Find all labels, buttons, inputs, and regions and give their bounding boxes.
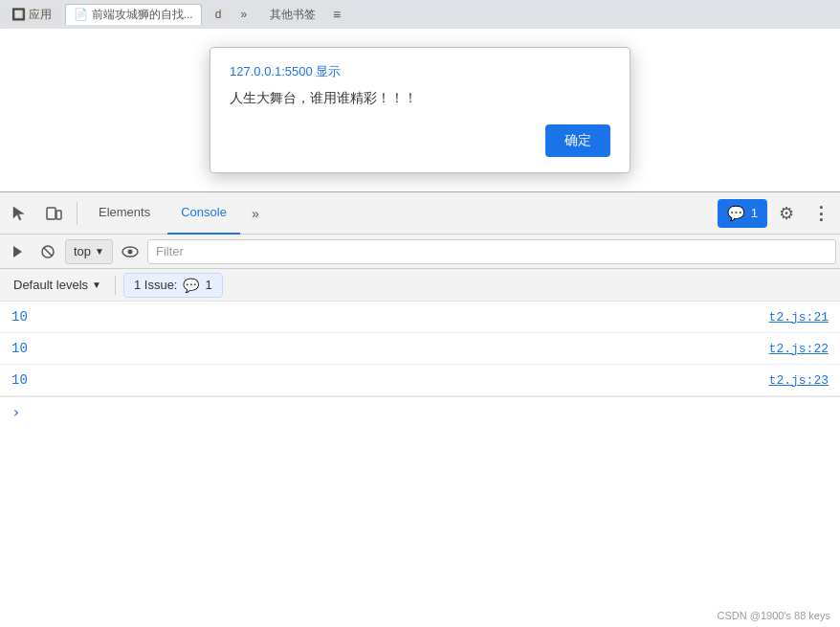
- badge-count: 1: [751, 206, 758, 220]
- alert-overlay: 127.0.0.1:5500 显示 人生大舞台，谁用谁精彩！！！ 确定: [0, 29, 840, 191]
- issue-count: 1: [205, 278, 211, 292]
- alert-header: 127.0.0.1:5500 显示: [230, 63, 610, 80]
- console-input-line: ›: [0, 396, 840, 427]
- more-options-btn[interactable]: ⋮: [806, 198, 836, 229]
- tab-app-label: 应用: [29, 8, 52, 21]
- default-levels-label: Default levels: [13, 278, 88, 292]
- levels-divider: [115, 276, 116, 295]
- alert-dialog: 127.0.0.1:5500 显示 人生大舞台，谁用谁精彩！！！ 确定: [210, 47, 630, 173]
- tab-app-icon: 🔲: [11, 8, 26, 21]
- tabs-more-btn[interactable]: »: [234, 6, 253, 23]
- devtools-panel: Elements Console » 💬 1 ⚙ ⋮: [0, 191, 840, 627]
- more-options-icon: ⋮: [812, 203, 829, 224]
- alert-message: 人生大舞台，谁用谁精彩！！！: [230, 90, 610, 107]
- console-source-1[interactable]: t2.js:21: [769, 310, 829, 325]
- console-value-3: 10: [11, 372, 769, 388]
- default-levels-btn[interactable]: Default levels ▼: [8, 274, 107, 296]
- badge-message-icon: 💬: [727, 205, 745, 222]
- console-output: 10 t2.js:21 10 t2.js:22 10 t2.js:23 ›: [0, 302, 840, 627]
- watermark: CSDN @1900's 88 keys: [718, 610, 830, 621]
- menu-btn[interactable]: ≡: [327, 5, 346, 24]
- console-source-2[interactable]: t2.js:22: [769, 342, 829, 356]
- tab-d[interactable]: d: [208, 6, 230, 23]
- browser-top-row: 🔲 应用 📄 前端攻城狮的自找... d » 其他书签 ≡: [0, 0, 840, 29]
- cursor-icon-btn[interactable]: [4, 198, 34, 229]
- menu-icon: ≡: [333, 7, 341, 22]
- tabs-more[interactable]: »: [244, 196, 267, 231]
- settings-btn[interactable]: ⚙: [771, 198, 802, 229]
- console-block-btn[interactable]: [34, 238, 61, 265]
- devtools-toolbar: Elements Console » 💬 1 ⚙ ⋮: [0, 192, 840, 235]
- console-prompt-icon: ›: [11, 403, 21, 421]
- tab-d-label: d: [215, 8, 222, 21]
- console-line-1: 10 t2.js:21: [0, 302, 840, 333]
- bookmark-other-label: 其他书签: [270, 8, 316, 21]
- tab-console[interactable]: Console: [167, 192, 240, 235]
- alert-ok-button[interactable]: 确定: [545, 124, 610, 157]
- dropdown-arrow-icon: ▼: [95, 246, 104, 257]
- bookmark-other[interactable]: 其他书签: [264, 5, 321, 25]
- device-toolbar-btn[interactable]: [38, 198, 69, 229]
- context-selector[interactable]: top ▼: [65, 239, 113, 264]
- console-secondary-toolbar: top ▼: [0, 235, 840, 269]
- svg-marker-2: [13, 246, 22, 258]
- console-value-1: 10: [11, 309, 769, 325]
- filter-input[interactable]: [147, 239, 836, 264]
- svg-line-4: [44, 247, 53, 256]
- console-input[interactable]: [29, 405, 829, 419]
- eye-btn[interactable]: [117, 238, 144, 265]
- issue-label: 1 Issue:: [134, 278, 178, 292]
- tab-elements-label: Elements: [99, 205, 150, 219]
- alert-footer: 确定: [230, 124, 610, 157]
- context-selector-label: top: [74, 244, 91, 258]
- levels-row: Default levels ▼ 1 Issue: 💬 1: [0, 269, 840, 302]
- console-run-btn[interactable]: [4, 238, 31, 265]
- svg-rect-0: [47, 208, 55, 219]
- tab-app[interactable]: 🔲 应用: [4, 5, 59, 25]
- svg-point-6: [127, 249, 132, 254]
- console-line-3: 10 t2.js:23: [0, 365, 840, 396]
- badge-btn[interactable]: 💬 1: [718, 199, 767, 228]
- tabs-more-icon: »: [252, 206, 259, 221]
- svg-rect-1: [56, 211, 61, 219]
- console-value-2: 10: [11, 341, 769, 356]
- settings-icon: ⚙: [779, 203, 794, 224]
- tabs-more-icon: »: [240, 8, 247, 21]
- tab-active-label: 前端攻城狮的自找...: [92, 8, 193, 21]
- tab-active[interactable]: 📄 前端攻城狮的自找...: [65, 4, 201, 25]
- tab-active-icon: 📄: [74, 8, 88, 21]
- tab-console-label: Console: [181, 205, 227, 219]
- tab-elements[interactable]: Elements: [85, 192, 164, 235]
- console-source-3[interactable]: t2.js:23: [769, 373, 829, 388]
- console-line-2: 10 t2.js:22: [0, 333, 840, 365]
- issue-badge-icon: 💬: [183, 278, 199, 293]
- levels-dropdown-icon: ▼: [92, 280, 101, 290]
- issue-badge[interactable]: 1 Issue: 💬 1: [123, 273, 223, 298]
- toolbar-divider-1: [77, 202, 77, 225]
